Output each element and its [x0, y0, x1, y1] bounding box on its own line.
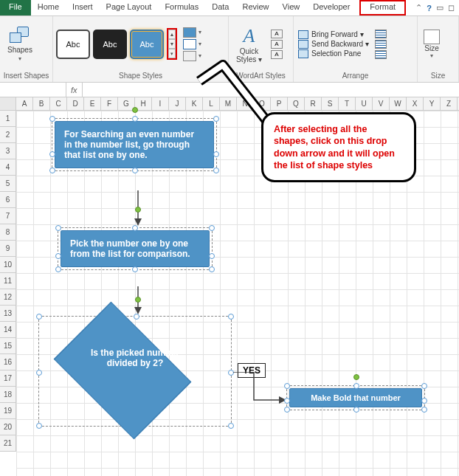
col-header[interactable]: X	[407, 97, 424, 110]
selection-pane-icon	[298, 49, 308, 58]
row-header[interactable]: 10	[0, 257, 16, 273]
tab-formulas[interactable]: Formulas	[158, 0, 205, 15]
bucket-icon	[183, 27, 196, 38]
spinner-down-icon[interactable]: ▼	[168, 39, 176, 49]
flow-step-2-text: Pick the number one by one from the list…	[61, 230, 210, 267]
row-header[interactable]: 6	[0, 192, 16, 208]
row-header[interactable]: 19	[0, 403, 16, 419]
col-header[interactable]: B	[33, 97, 50, 110]
text-effects-button[interactable]: A	[271, 50, 283, 59]
tab-view[interactable]: View	[276, 0, 307, 15]
col-header[interactable]: V	[373, 97, 390, 110]
window-min-icon[interactable]: ▭	[436, 3, 444, 13]
col-header[interactable]: M	[220, 97, 237, 110]
group-size: Size	[421, 70, 455, 82]
bring-forward-button[interactable]: Bring Forward ▾	[298, 30, 369, 39]
row-header[interactable]: 20	[0, 419, 16, 435]
quick-styles-button[interactable]: A Quick Styles ▾	[232, 22, 266, 66]
col-header[interactable]: Q	[288, 97, 305, 110]
selection-pane-button[interactable]: Selection Pane	[298, 49, 369, 58]
col-header[interactable]: O	[254, 97, 271, 110]
row-header[interactable]: 4	[0, 159, 16, 176]
row-header[interactable]: 13	[0, 306, 16, 322]
text-fill-button[interactable]: A	[271, 30, 283, 38]
ribbon-collapse-icon[interactable]: ⌃	[415, 3, 422, 13]
row-header[interactable]: 8	[0, 224, 16, 241]
tab-format[interactable]: Format	[359, 0, 406, 15]
col-header[interactable]: K	[186, 97, 203, 110]
help-icon[interactable]: ?	[427, 4, 432, 13]
shape-style-1[interactable]: Abc	[56, 30, 90, 59]
row-header[interactable]: 7	[0, 208, 16, 224]
col-header[interactable]: N	[237, 97, 254, 110]
window-max-icon[interactable]: ◻	[448, 3, 455, 13]
tab-file[interactable]: File	[0, 0, 31, 15]
row-header[interactable]: 11	[0, 273, 16, 289]
fx-icon[interactable]: fx	[66, 86, 82, 94]
outline-icon	[183, 39, 196, 49]
group-button[interactable]	[375, 40, 387, 49]
row-header[interactable]: 1	[0, 111, 16, 127]
row-header[interactable]: 12	[0, 289, 16, 306]
col-header[interactable]: D	[67, 97, 84, 110]
rotate-button[interactable]	[375, 50, 387, 59]
shape-outline-button[interactable]: ▾	[183, 39, 201, 49]
tab-insert[interactable]: Insert	[66, 0, 100, 15]
shape-fill-button[interactable]: ▾	[183, 27, 201, 38]
spinner-up-icon[interactable]: ▲	[168, 30, 176, 39]
col-header[interactable]: E	[84, 97, 101, 110]
tab-review[interactable]: Review	[235, 0, 275, 15]
shapes-button[interactable]: Shapes ▾	[3, 24, 37, 65]
col-header[interactable]: U	[356, 97, 373, 110]
flow-step-2[interactable]: Pick the number one by one from the list…	[58, 227, 213, 270]
row-header[interactable]: 18	[0, 387, 16, 403]
text-outline-button[interactable]: A	[271, 40, 283, 49]
shape-style-2[interactable]: Abc	[93, 30, 127, 59]
col-header[interactable]: P	[271, 97, 288, 110]
shape-style-3[interactable]: Abc	[130, 30, 164, 59]
formula-input[interactable]	[82, 83, 459, 97]
col-header[interactable]: J	[169, 97, 186, 110]
col-header[interactable]: Y	[424, 97, 441, 110]
send-backward-button[interactable]: Send Backward ▾	[298, 40, 369, 49]
tab-data[interactable]: Data	[205, 0, 235, 15]
flow-step-1[interactable]: For Searching an even number in the numb…	[52, 118, 217, 171]
shapes-label: Shapes	[7, 46, 32, 54]
row-header[interactable]: 9	[0, 241, 16, 257]
callout-text: After selecting all the shapes, click on…	[261, 112, 416, 182]
col-header[interactable]: Z	[441, 97, 458, 110]
size-button[interactable]: Size ▾	[421, 27, 443, 62]
align-button[interactable]	[375, 30, 387, 38]
tab-developer[interactable]: Developer	[306, 0, 356, 15]
callout[interactable]: After selecting all the shapes, click on…	[261, 112, 416, 182]
col-header[interactable]: F	[101, 97, 118, 110]
row-header[interactable]: 21	[0, 435, 16, 452]
row-header[interactable]: 15	[0, 338, 16, 354]
col-header[interactable]: T	[339, 97, 356, 110]
row-header[interactable]: 14	[0, 322, 16, 338]
group-insert-shapes: Insert Shapes	[3, 70, 49, 82]
spinner-more-icon[interactable]: ▾	[168, 49, 176, 58]
col-header[interactable]: A	[16, 97, 33, 110]
size-icon	[424, 30, 440, 44]
shape-styles-more[interactable]: ▲ ▼ ▾	[167, 28, 177, 60]
name-box[interactable]	[0, 83, 66, 97]
row-header[interactable]: 3	[0, 143, 16, 159]
row-header[interactable]: 17	[0, 370, 16, 387]
select-all-corner[interactable]	[0, 97, 16, 110]
col-header[interactable]: L	[203, 97, 220, 110]
shape-effects-button[interactable]: ▾	[183, 51, 201, 61]
col-header[interactable]: R	[305, 97, 322, 110]
flow-step-4-text: Make Bold that number	[289, 388, 422, 407]
col-header[interactable]: W	[390, 97, 407, 110]
row-header[interactable]: 5	[0, 176, 16, 192]
tab-home[interactable]: Home	[31, 0, 66, 15]
col-header[interactable]: C	[50, 97, 67, 110]
col-header[interactable]: S	[322, 97, 339, 110]
flow-decision[interactable]: Is the picked number divided by 2?	[38, 316, 232, 427]
row-header[interactable]: 16	[0, 354, 16, 370]
row-header[interactable]: 2	[0, 127, 16, 143]
tab-page-layout[interactable]: Page Layout	[100, 0, 159, 15]
col-header[interactable]: I	[152, 97, 169, 110]
flow-step-4[interactable]: Make Bold that number	[286, 385, 425, 410]
